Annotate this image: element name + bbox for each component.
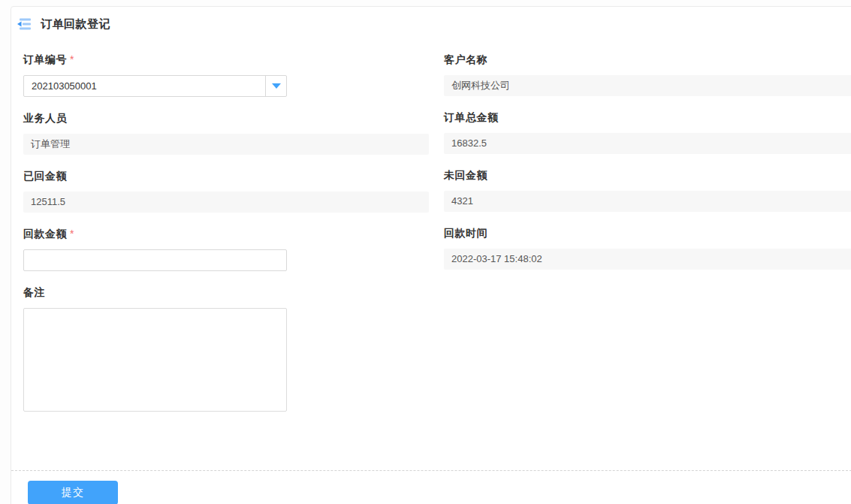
received-amount-label: 已回金额 — [23, 171, 429, 182]
customer-name-value: 创网科技公司 — [444, 75, 851, 96]
field-order-number: 订单编号* 202103050001 — [23, 54, 429, 97]
field-unreceived-amount: 未回金额 4321 — [444, 170, 851, 212]
payment-time-value: 2022-03-17 15:48:02 — [444, 249, 851, 270]
form-footer: 提交 — [11, 470, 851, 504]
collapse-back-icon[interactable] — [15, 17, 33, 32]
required-asterisk: * — [70, 53, 74, 65]
customer-name-label: 客户名称 — [444, 54, 851, 65]
payment-amount-label: 回款金额* — [23, 228, 429, 240]
field-salesperson: 业务人员 订单管理 — [23, 113, 429, 155]
order-total-label: 订单总金额 — [444, 112, 851, 123]
order-total-value: 16832.5 — [444, 133, 851, 154]
form-left-column: 订单编号* 202103050001 业务人员 订单管理 已回金额 12511.… — [23, 54, 429, 427]
chevron-down-icon — [272, 83, 281, 89]
order-number-label-text: 订单编号 — [23, 53, 67, 65]
order-number-select[interactable]: 202103050001 — [23, 75, 287, 97]
field-remarks: 备注 — [23, 287, 429, 412]
unreceived-amount-label: 未回金额 — [444, 170, 851, 181]
form-right-column: 客户名称 创网科技公司 订单总金额 16832.5 未回金额 4321 回款时间… — [444, 54, 851, 427]
field-payment-amount: 回款金额* — [23, 228, 429, 271]
remarks-label: 备注 — [23, 287, 429, 298]
salesperson-label: 业务人员 — [23, 113, 429, 124]
order-number-label: 订单编号* — [23, 54, 429, 65]
payment-registration-form: 订单编号* 202103050001 业务人员 订单管理 已回金额 12511.… — [11, 42, 851, 427]
page-header: 订单回款登记 — [11, 7, 851, 42]
payment-amount-input[interactable] — [23, 249, 287, 271]
page-title: 订单回款登记 — [41, 17, 110, 32]
salesperson-value: 订单管理 — [23, 134, 429, 155]
field-order-total: 订单总金额 16832.5 — [444, 112, 851, 154]
order-payment-registration-card: 订单回款登记 订单编号* 202103050001 业务人员 订单管理 — [11, 6, 851, 504]
field-customer-name: 客户名称 创网科技公司 — [444, 54, 851, 96]
order-number-select-caret-box[interactable] — [265, 76, 286, 96]
required-asterisk: * — [70, 228, 74, 240]
unreceived-amount-value: 4321 — [444, 191, 851, 212]
remarks-textarea[interactable] — [23, 308, 287, 412]
field-received-amount: 已回金额 12511.5 — [23, 171, 429, 213]
received-amount-value: 12511.5 — [23, 192, 429, 213]
payment-amount-label-text: 回款金额 — [23, 228, 67, 240]
submit-button[interactable]: 提交 — [28, 481, 118, 504]
field-payment-time: 回款时间 2022-03-17 15:48:02 — [444, 228, 851, 270]
order-number-select-value: 202103050001 — [24, 76, 265, 96]
payment-time-label: 回款时间 — [444, 228, 851, 239]
